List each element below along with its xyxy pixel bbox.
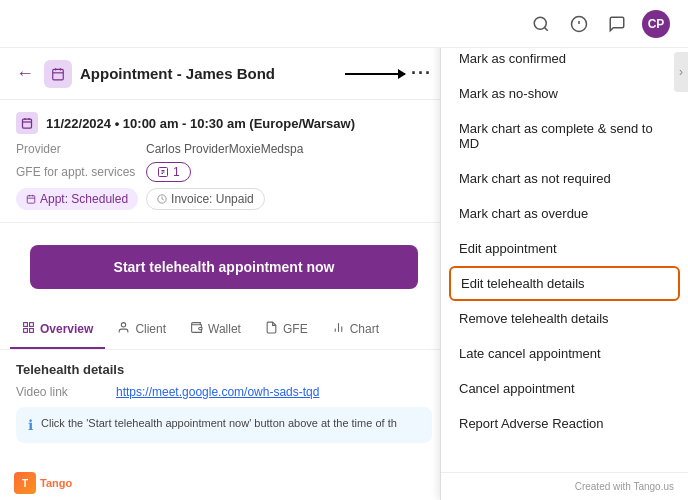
appointment-header: ← Appointment - James Bond ··· xyxy=(0,48,448,100)
menu-edit-appointment[interactable]: Edit appointment xyxy=(441,231,688,266)
date-icon xyxy=(16,112,38,134)
info-text: Click the 'Start telehealth appointment … xyxy=(41,417,397,429)
menu-mark-chart-overdue[interactable]: Mark chart as overdue xyxy=(441,196,688,231)
page-title: Appointment - James Bond xyxy=(80,65,345,82)
menu-late-cancel[interactable]: Late cancel appointment xyxy=(441,336,688,371)
calendar-icon xyxy=(44,60,72,88)
menu-mark-chart-not-required[interactable]: Mark chart as not required xyxy=(441,161,688,196)
dropdown-menu: Go to checkout Mark as confirmed Mark as… xyxy=(441,0,688,472)
tab-client[interactable]: Client xyxy=(105,311,178,349)
menu-remove-telehealth[interactable]: Remove telehealth details xyxy=(441,301,688,336)
search-icon[interactable] xyxy=(528,11,554,37)
menu-mark-chart-complete[interactable]: Mark chart as complete & send to MD xyxy=(441,111,688,161)
tab-overview-label: Overview xyxy=(40,322,93,336)
gfe-badge[interactable]: 1 xyxy=(146,162,191,182)
svg-rect-9 xyxy=(23,119,32,128)
wallet-icon xyxy=(190,321,203,337)
menu-report-adverse[interactable]: Report Adverse Reaction xyxy=(441,406,688,441)
info-icon[interactable] xyxy=(566,11,592,37)
video-link-row: Video link https://meet.google.com/owh-s… xyxy=(16,385,432,399)
tab-wallet[interactable]: Wallet xyxy=(178,311,253,349)
svg-rect-5 xyxy=(53,69,64,80)
chat-icon[interactable] xyxy=(604,11,630,37)
provider-row: Provider Carlos ProviderMoxieMedspa xyxy=(16,142,432,156)
svg-line-1 xyxy=(544,27,547,30)
gfe-row: GFE for appt. services 1 xyxy=(16,162,432,182)
appointment-info: 11/22/2024 • 10:00 am - 10:30 am (Europe… xyxy=(0,100,448,223)
info-box: ℹ Click the 'Start telehealth appointmen… xyxy=(16,407,432,443)
provider-label: Provider xyxy=(16,142,146,156)
start-telehealth-button[interactable]: Start telehealth appointment now xyxy=(30,245,418,289)
tab-wallet-label: Wallet xyxy=(208,322,241,336)
tango-logo: T xyxy=(14,472,36,494)
svg-rect-22 xyxy=(24,323,28,327)
svg-rect-17 xyxy=(27,196,35,204)
created-with-text: Created with Tango.us xyxy=(575,481,674,492)
info-circle-icon: ℹ xyxy=(28,417,33,433)
svg-rect-23 xyxy=(30,323,34,327)
content-area: Telehealth details Video link https://me… xyxy=(0,350,448,455)
back-button[interactable]: ← xyxy=(16,63,34,84)
cta-area: Start telehealth appointment now xyxy=(0,223,448,311)
menu-edit-telehealth[interactable]: Edit telehealth details xyxy=(449,266,680,301)
chart-icon xyxy=(332,321,345,337)
gfe-label: GFE for appt. services xyxy=(16,165,146,179)
svg-point-0 xyxy=(534,17,546,29)
video-label: Video link xyxy=(16,385,116,399)
main-panel: ← Appointment - James Bond ··· 11/22/202… xyxy=(0,48,448,500)
tab-client-label: Client xyxy=(135,322,166,336)
svg-rect-25 xyxy=(30,329,34,333)
global-topbar: CP xyxy=(0,0,688,48)
tango-watermark: T Tango xyxy=(14,472,72,494)
scheduled-badge: Appt: Scheduled xyxy=(16,188,138,210)
created-with-footer: Created with Tango.us xyxy=(441,472,688,500)
svg-rect-24 xyxy=(24,329,28,333)
gfe-tab-icon xyxy=(265,321,278,337)
provider-name: Carlos ProviderMoxieMedspa xyxy=(146,142,303,156)
tab-overview[interactable]: Overview xyxy=(10,311,105,349)
arrow-indicator xyxy=(345,73,405,75)
gfe-count: 1 xyxy=(173,165,180,179)
dropdown-panel: Go to checkout Mark as confirmed Mark as… xyxy=(440,0,688,500)
side-chevron[interactable]: › xyxy=(674,52,688,92)
video-url[interactable]: https://meet.google.com/owh-sads-tqd xyxy=(116,385,319,399)
tabs-bar: Overview Client Wallet GFE Chart xyxy=(0,311,448,350)
tab-chart[interactable]: Chart xyxy=(320,311,391,349)
invoice-badge: Invoice: Unpaid xyxy=(146,188,265,210)
more-menu-button[interactable]: ··· xyxy=(411,63,432,84)
tab-gfe[interactable]: GFE xyxy=(253,311,320,349)
user-avatar[interactable]: CP xyxy=(642,10,670,38)
appointment-date: 11/22/2024 • 10:00 am - 10:30 am (Europe… xyxy=(16,112,432,134)
tab-chart-label: Chart xyxy=(350,322,379,336)
status-badges: Appt: Scheduled Invoice: Unpaid xyxy=(16,188,432,210)
tango-brand: Tango xyxy=(40,477,72,489)
overview-icon xyxy=(22,321,35,337)
tab-gfe-label: GFE xyxy=(283,322,308,336)
menu-cancel-appointment[interactable]: Cancel appointment xyxy=(441,371,688,406)
client-icon xyxy=(117,321,130,337)
svg-point-26 xyxy=(122,323,126,327)
menu-mark-noshow[interactable]: Mark as no-show xyxy=(441,76,688,111)
telehealth-section-title: Telehealth details xyxy=(16,362,432,377)
